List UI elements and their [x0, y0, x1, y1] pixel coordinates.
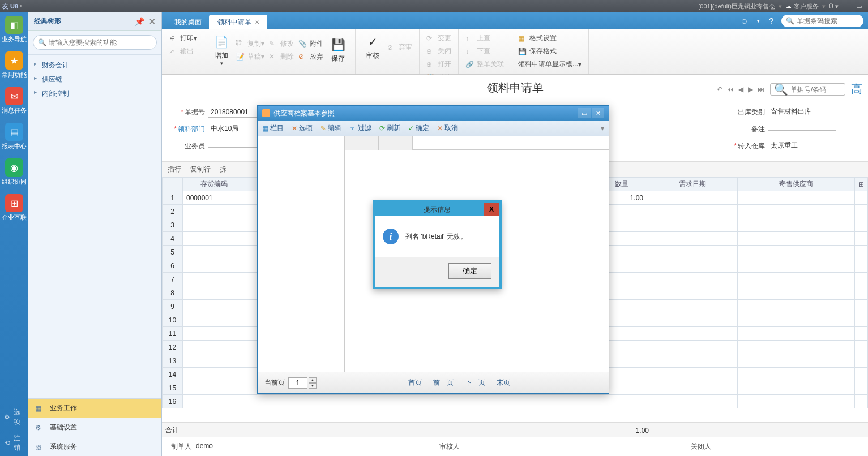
- rail-enterprise[interactable]: ⊞企业互联: [1, 194, 27, 222]
- draft-button[interactable]: 📝草稿 ▾: [234, 50, 267, 63]
- sidebar-search-input[interactable]: [49, 38, 152, 46]
- alert-close-button[interactable]: X: [484, 203, 499, 216]
- tb-ok[interactable]: ✓确定: [408, 123, 429, 133]
- rail-org[interactable]: ◉组织协同: [1, 158, 27, 186]
- rail-messages[interactable]: ✉消息任务: [1, 87, 27, 115]
- page-input[interactable]: [288, 377, 307, 389]
- sidebar-biz-work[interactable]: ▦业务工作: [28, 398, 161, 418]
- attach-button[interactable]: 📎附件: [296, 37, 326, 50]
- rail-reports[interactable]: ▤报表中心: [1, 123, 27, 150]
- dialog-close-button[interactable]: ✕: [592, 108, 604, 118]
- out-type-value[interactable]: 寄售材料出库: [768, 106, 836, 118]
- table-row[interactable]: 16: [163, 395, 868, 408]
- tab-material-request[interactable]: 领料申请单✕: [209, 15, 267, 29]
- tb-columns[interactable]: ▦栏目: [262, 123, 284, 133]
- audit-icon: ✓: [365, 34, 380, 50]
- help-icon[interactable]: ?: [769, 16, 773, 25]
- dialog-tree-panel[interactable]: [258, 136, 345, 372]
- col-expand-icon[interactable]: ⊞: [855, 178, 868, 191]
- add-button[interactable]: 📄增加▾: [209, 32, 234, 68]
- advanced-link[interactable]: 高: [851, 81, 862, 97]
- nav-first-icon[interactable]: ⏮: [727, 85, 734, 93]
- dialog-title-bar[interactable]: 供应商档案基本参照 ▭ ✕: [258, 106, 609, 121]
- tree-finance[interactable]: 财务会计: [34, 58, 156, 72]
- audit-button[interactable]: ✓审核: [360, 32, 385, 63]
- page-next[interactable]: 下一页: [465, 378, 485, 388]
- col-reqdate[interactable]: 需求日期: [647, 178, 738, 191]
- page-last[interactable]: 末页: [497, 378, 510, 388]
- doc-search[interactable]: 🔍: [770, 83, 845, 96]
- alert-title-bar[interactable]: 提示信息 X: [375, 203, 499, 216]
- toolbar: 🖨打印 ▾ ↗输出 📄增加▾ ⿻复制 ▾ 📝草稿 ▾ ✎修改 ✕删除: [162, 29, 868, 75]
- doc-search-input[interactable]: [790, 85, 841, 93]
- pin-icon[interactable]: 📌: [135, 17, 144, 26]
- output-button[interactable]: ↗输出: [166, 45, 199, 58]
- minimize-button[interactable]: —: [839, 3, 852, 10]
- insert-row-button[interactable]: 插行: [168, 165, 181, 174]
- maximize-button[interactable]: ▭: [852, 3, 866, 10]
- tb-options[interactable]: ✕选项: [292, 123, 313, 133]
- col-code[interactable]: 存货编码: [183, 178, 245, 191]
- rail-logout[interactable]: ⟲注销: [0, 430, 28, 456]
- split-row-button[interactable]: 拆: [220, 165, 226, 174]
- lookup-button[interactable]: ↑上查: [463, 32, 506, 45]
- tab-close-icon[interactable]: ✕: [255, 19, 259, 25]
- save-button[interactable]: 💾保存: [326, 32, 350, 68]
- relation-button[interactable]: 🔗整单关联: [463, 58, 506, 71]
- to-wh-value[interactable]: 太原重工: [768, 140, 836, 152]
- sidebar-search[interactable]: 🔍: [33, 35, 157, 50]
- customer-service-link[interactable]: 客户服务: [794, 2, 819, 11]
- modify-button[interactable]: ✎修改: [267, 37, 296, 50]
- close-button[interactable]: ⊖关闭: [424, 45, 454, 58]
- save-format-button[interactable]: 💾保存格式: [516, 45, 584, 58]
- nav-next-icon[interactable]: ▶: [748, 85, 753, 93]
- page-down-icon[interactable]: ▼: [309, 383, 317, 389]
- format-button[interactable]: ▦格式设置: [516, 32, 584, 45]
- total-qty: 1.00: [596, 427, 652, 435]
- nav-undo-icon[interactable]: ↶: [717, 85, 722, 93]
- open-icon: ⊕: [426, 61, 435, 68]
- open-button[interactable]: ⊕打开: [424, 58, 454, 71]
- page-prev[interactable]: 前一页: [433, 378, 454, 388]
- delete-button[interactable]: ✕删除: [267, 50, 296, 63]
- rail-biz-nav[interactable]: ◧业务导航: [1, 16, 27, 44]
- copy-button[interactable]: ⿻复制 ▾: [234, 37, 267, 50]
- toolbar-dropdown-icon[interactable]: ▾: [601, 124, 604, 132]
- alert-ok-button[interactable]: 确定: [448, 263, 491, 279]
- page-first[interactable]: 首页: [408, 378, 422, 388]
- closer-label: 关闭人: [691, 442, 711, 451]
- rail-options[interactable]: ⚙选项: [0, 404, 28, 430]
- u-menu[interactable]: Ü ▾: [829, 3, 839, 10]
- page-up-icon[interactable]: ▲: [309, 377, 317, 383]
- nav-last-icon[interactable]: ⏭: [758, 85, 764, 93]
- customer-service-icon[interactable]: ☁: [785, 3, 792, 10]
- remark-value[interactable]: [768, 128, 836, 131]
- display-template[interactable]: 领料申请单显示模... ▾: [516, 58, 584, 71]
- smiley-icon[interactable]: ☺: [740, 16, 748, 25]
- barcode-search[interactable]: 🔍: [781, 15, 863, 27]
- abandon-button[interactable]: ⊘弃审: [385, 41, 414, 54]
- close-icon[interactable]: ✕: [149, 17, 156, 26]
- tb-cancel[interactable]: ✕取消: [437, 123, 458, 133]
- dialog-maximize-button[interactable]: ▭: [578, 108, 591, 118]
- rail-common[interactable]: ★常用功能: [1, 51, 27, 79]
- nav-prev-icon[interactable]: ◀: [738, 85, 743, 93]
- sidebar-basic-settings[interactable]: ⚙基础设置: [28, 418, 161, 437]
- copy-row-button[interactable]: 复制行: [190, 165, 211, 174]
- tb-filter[interactable]: ⫧过滤: [349, 123, 371, 133]
- print-button[interactable]: 🖨打印 ▾: [166, 32, 199, 45]
- change-button[interactable]: ⟳变更: [424, 32, 454, 45]
- tb-refresh[interactable]: ⟳刷新: [379, 123, 400, 133]
- dept-label[interactable]: 领料部门: [171, 124, 205, 134]
- sidebar-system-service[interactable]: ▧系统服务: [28, 437, 161, 456]
- tree-internal-control[interactable]: 内部控制: [34, 87, 156, 101]
- barcode-search-input[interactable]: [797, 17, 859, 25]
- lookdown-button[interactable]: ↓下查: [463, 45, 506, 58]
- col-supplier[interactable]: 寄售供应商: [738, 178, 855, 191]
- tab-desktop[interactable]: 我的桌面: [166, 15, 209, 29]
- giveup-button[interactable]: ⊘放弃: [296, 50, 326, 63]
- tree-supplychain[interactable]: 供应链: [34, 72, 156, 87]
- tb-edit[interactable]: ✎编辑: [320, 123, 341, 133]
- edit-icon: ✎: [269, 40, 278, 48]
- alert-dialog: 提示信息 X i 列名 'bRetail' 无效。 确定: [373, 200, 502, 289]
